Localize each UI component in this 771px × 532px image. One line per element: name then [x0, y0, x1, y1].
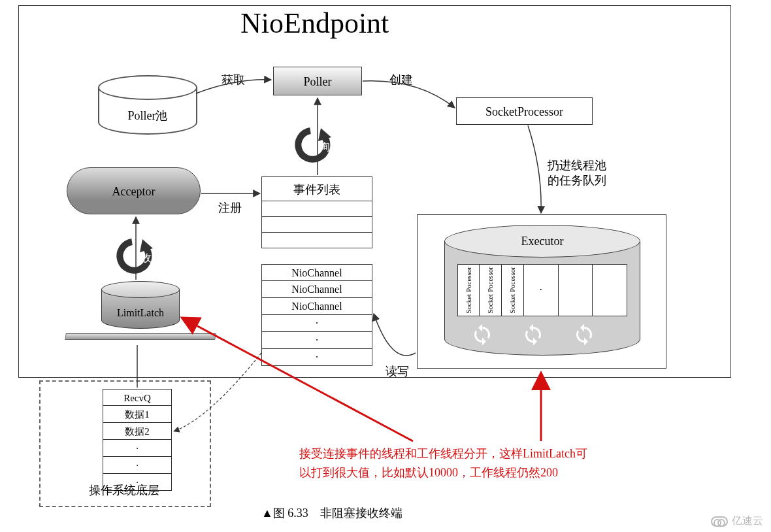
recycle-icon	[572, 323, 596, 346]
recvq-cell: 数据2	[103, 423, 172, 440]
label-create: 创建	[389, 72, 413, 88]
niochannel-cell: NioChannel	[261, 298, 372, 315]
watermark: 亿速云	[711, 514, 763, 528]
accept-text: 接收	[131, 252, 152, 263]
executor-cylinder: Executor Socket PocessorSocket PocessorS…	[444, 225, 640, 359]
recycle-icons-row	[470, 323, 596, 346]
os-layer-label: 操作系统底层	[89, 482, 159, 498]
event-list-cell	[261, 201, 372, 217]
acceptor-pill: Acceptor	[67, 167, 201, 214]
polling-icon: 轮询	[291, 124, 343, 170]
event-list-header: 事件列表	[261, 176, 372, 201]
annotation-text: 接受连接事件的线程和工作线程分开，这样LimitLatch可 以打到很大值，比如…	[299, 444, 646, 482]
recvq-cell: RecvQ	[103, 389, 172, 406]
event-list-stack: 事件列表	[261, 176, 372, 248]
niochannel-cell: ·	[261, 315, 372, 332]
executor-slot: Socket Pocessor	[457, 264, 480, 316]
poller-pool-cylinder: Poller池	[98, 75, 197, 137]
recvq-cell: 数据1	[103, 406, 172, 423]
event-list-cell	[261, 217, 372, 233]
executor-slot-blank	[593, 264, 627, 316]
niochannel-cell: NioChannel	[261, 264, 372, 281]
annotation-line1: 接受连接事件的线程和工作线程分开，这样LimitLatch可	[299, 444, 646, 463]
socket-processor-box: SocketProcessor	[456, 97, 593, 125]
limitlatch-label: LimitLatch	[101, 307, 180, 319]
recycle-icon	[521, 323, 545, 346]
executor-slot-blank	[559, 264, 593, 316]
executor-label: Executor	[444, 235, 640, 248]
poller-pool-label: Poller池	[98, 108, 197, 124]
recvq-stack: RecvQ数据1数据2···	[103, 389, 172, 491]
label-throw-to-pool: 扔进线程池 的任务队列	[548, 158, 606, 189]
watermark-logo-icon	[711, 516, 728, 527]
figure-caption: ▲图 6.33 非阻塞接收终端	[261, 505, 402, 521]
label-acquire: 获取	[221, 72, 245, 88]
diagram-title: NioEndpoint	[240, 7, 389, 40]
label-read-write: 读写	[386, 363, 409, 379]
executor-slot-blank: ·	[524, 264, 559, 316]
polling-text: 轮询	[309, 141, 330, 152]
niochannel-cell: NioChannel	[261, 281, 372, 298]
diagram-canvas: NioEndpoint Poller池 Poller SocketProcess…	[0, 0, 771, 532]
executor-slot: Socket Pocessor	[480, 264, 502, 316]
recvq-cell: ·	[103, 440, 172, 457]
niochannel-cell: ·	[261, 332, 372, 349]
watermark-text: 亿速云	[732, 514, 763, 528]
niochannel-cell: ·	[261, 349, 372, 366]
niochannel-stack: NioChannelNioChannelNioChannel···	[261, 264, 372, 366]
annotation-line2: 以打到很大值，比如默认10000，工作线程仍然200	[299, 463, 646, 482]
recycle-icon	[470, 323, 494, 346]
executor-slot: Socket Pocessor	[502, 264, 524, 316]
recvq-cell: ·	[103, 457, 172, 474]
label-register: 注册	[218, 200, 242, 216]
limitlatch-cylinder: LimitLatch	[101, 281, 180, 333]
limitlatch-base	[65, 328, 216, 345]
accept-icon: 接收	[112, 235, 165, 281]
executor-slots: Socket PocessorSocket PocessorSocket Poc…	[457, 264, 627, 316]
event-list-cell	[261, 233, 372, 248]
poller-box: Poller	[273, 67, 362, 95]
